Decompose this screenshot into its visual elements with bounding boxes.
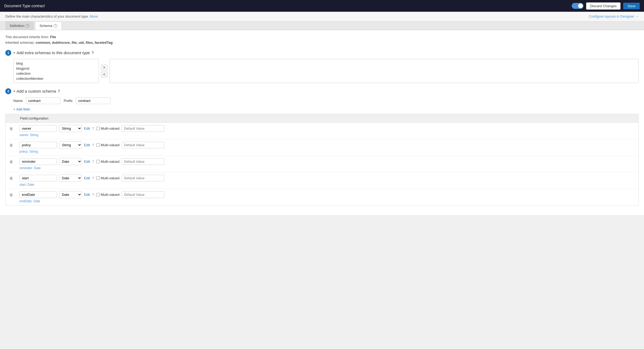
field-type-select[interactable]: StringDateIntegerBooleanLongDoubleComple…: [59, 174, 82, 182]
field-edit-link[interactable]: Edit: [84, 126, 90, 130]
field-type-hint: owner: String: [19, 133, 636, 137]
main-content: This document inherits from: File Inheri…: [0, 30, 644, 215]
tab-bar: Definition ? Schema ?: [0, 21, 644, 30]
inherit-info: This document inherits from: File Inheri…: [5, 34, 639, 46]
field-name-input[interactable]: [19, 191, 57, 198]
schema-list-item[interactable]: blog: [15, 61, 97, 66]
field-type-select[interactable]: StringDateIntegerBooleanLongDoubleComple…: [59, 158, 82, 165]
schema-selector: blogblogpostcollectioncollectionMember >…: [13, 59, 639, 83]
section1-number: 1: [5, 50, 11, 56]
tab-schema[interactable]: Schema ?: [35, 21, 62, 30]
table-row: 🗑StringDateIntegerBooleanLongDoubleCompl…: [6, 156, 639, 172]
default-value-input[interactable]: [122, 125, 164, 132]
schema-list-item[interactable]: blogpost: [15, 66, 97, 71]
name-prefix-row: Name Prefix: [13, 97, 639, 104]
section1-title: ▾ Add extra schemas to this document typ…: [13, 50, 94, 55]
field-edit-link[interactable]: Edit: [84, 193, 90, 197]
field-help-icon[interactable]: ?: [92, 193, 94, 197]
selected-schemas-list[interactable]: [110, 59, 639, 83]
section2-help-icon[interactable]: ?: [58, 89, 60, 93]
field-type-select[interactable]: StringDateIntegerBooleanLongDoubleComple…: [59, 191, 82, 198]
default-value-input[interactable]: [122, 175, 164, 181]
field-config-col-header: Field configuration: [17, 114, 639, 122]
section2-header: 2 ▾ Add a custom schema ?: [5, 88, 639, 94]
field-name-input[interactable]: [19, 125, 57, 132]
section2-collapse-arrow[interactable]: ▾: [13, 89, 15, 93]
section1-help-icon[interactable]: ?: [92, 50, 94, 55]
delete-field-button[interactable]: 🗑: [8, 175, 14, 181]
name-label: Name: [13, 99, 23, 103]
header-actions: Discard Changes Save: [572, 2, 640, 10]
field-type-select[interactable]: StringDateIntegerBooleanLongDoubleComple…: [59, 141, 82, 149]
drag-col-header: [6, 114, 17, 122]
multi-valued-label: Multi-valued: [96, 160, 120, 164]
delete-field-button[interactable]: 🗑: [8, 142, 14, 148]
field-edit-link[interactable]: Edit: [84, 176, 90, 180]
definition-help-icon[interactable]: ?: [26, 24, 29, 28]
field-help-icon[interactable]: ?: [92, 160, 94, 164]
multi-valued-checkbox[interactable]: [96, 143, 100, 147]
schema-transfer-arrows: > <: [99, 59, 110, 83]
section-custom-schema: 2 ▾ Add a custom schema ? Name Prefix + …: [5, 88, 639, 205]
section1-collapse-arrow[interactable]: ▾: [13, 51, 15, 55]
field-type-hint: start: Date: [19, 183, 636, 187]
table-row: 🗑StringDateIntegerBooleanLongDoubleCompl…: [6, 189, 639, 205]
section1-header: 1 ▾ Add extra schemas to this document t…: [5, 50, 639, 56]
page-title: Document Type contract: [4, 4, 45, 8]
multi-valued-checkbox[interactable]: [96, 176, 100, 180]
default-value-input[interactable]: [122, 142, 164, 148]
field-edit-link[interactable]: Edit: [84, 160, 90, 164]
table-row: 🗑StringDateIntegerBooleanLongDoubleCompl…: [6, 139, 639, 156]
field-type-hint: reminder: Date: [19, 166, 636, 170]
multi-valued-checkbox[interactable]: [96, 193, 100, 196]
multi-valued-label: Multi-valued: [96, 193, 120, 197]
delete-field-button[interactable]: 🗑: [8, 192, 14, 198]
multi-valued-checkbox[interactable]: [96, 160, 100, 163]
schema-list-item[interactable]: collection: [15, 71, 97, 76]
schema-prefix-input[interactable]: [76, 97, 110, 104]
prefix-label: Prefix: [64, 99, 73, 103]
sub-header-description: Define the main characteristics of your …: [5, 14, 98, 18]
save-button[interactable]: Save: [623, 3, 640, 9]
toggle-switch[interactable]: [572, 3, 583, 9]
schema-name-input[interactable]: [26, 97, 61, 104]
field-type-hint: endDate: Date: [19, 199, 636, 203]
available-schemas-list[interactable]: blogblogpostcollectioncollectionMember: [13, 59, 99, 83]
section2-number: 2: [5, 88, 11, 94]
move-left-button[interactable]: <: [101, 72, 108, 77]
field-help-icon[interactable]: ?: [92, 143, 94, 147]
discard-changes-button[interactable]: Discard Changes: [586, 2, 621, 10]
field-name-input[interactable]: [19, 175, 57, 181]
default-value-input[interactable]: [122, 191, 164, 198]
configure-layouts-link[interactable]: Configure layouts in Designer →: [589, 14, 639, 18]
schema-list-item[interactable]: collectionMember: [15, 76, 97, 81]
section2-title: ▾ Add a custom schema ?: [13, 89, 60, 93]
section-extra-schemas: 1 ▾ Add extra schemas to this document t…: [5, 50, 639, 83]
delete-field-button[interactable]: 🗑: [8, 125, 14, 132]
sub-header: Define the main characteristics of your …: [0, 12, 644, 21]
fields-table: Field configuration 🗑StringDateIntegerBo…: [5, 114, 639, 205]
multi-valued-checkbox[interactable]: [96, 127, 100, 130]
tab-definition[interactable]: Definition ?: [5, 21, 34, 30]
field-help-icon[interactable]: ?: [92, 126, 94, 130]
multi-valued-label: Multi-valued: [96, 176, 120, 180]
field-name-input[interactable]: [19, 142, 57, 148]
app-header: Document Type contract Discard Changes S…: [0, 0, 644, 12]
field-type-hint: policy: String: [19, 150, 636, 153]
field-type-select[interactable]: StringDateIntegerBooleanLongDoubleComple…: [59, 125, 82, 132]
more-link[interactable]: More: [90, 14, 98, 18]
add-field-button[interactable]: + Add field: [13, 107, 30, 111]
default-value-input[interactable]: [122, 158, 164, 165]
delete-field-button[interactable]: 🗑: [8, 158, 14, 165]
move-right-button[interactable]: >: [101, 65, 108, 70]
table-row: 🗑StringDateIntegerBooleanLongDoubleCompl…: [6, 122, 639, 139]
multi-valued-label: Multi-valued: [96, 143, 120, 147]
field-name-input[interactable]: [19, 158, 57, 165]
field-help-icon[interactable]: ?: [92, 176, 94, 180]
field-edit-link[interactable]: Edit: [84, 143, 90, 147]
schema-help-icon[interactable]: ?: [54, 24, 57, 28]
multi-valued-label: Multi-valued: [96, 126, 120, 130]
table-row: 🗑StringDateIntegerBooleanLongDoubleCompl…: [6, 172, 639, 189]
